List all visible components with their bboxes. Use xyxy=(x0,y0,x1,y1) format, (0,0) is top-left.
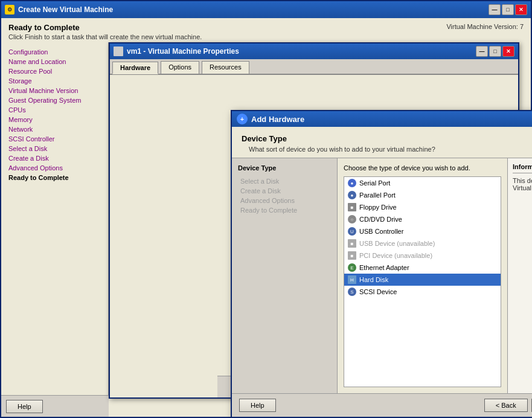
device-usb-unavailable: ■ USB Device (unavailable) xyxy=(344,237,501,249)
serial-port-label: Serial Port xyxy=(359,179,390,187)
add-hw-header: Device Type What sort of device do you w… xyxy=(232,127,518,158)
sidebar-item-guest-os[interactable]: Guest Operating System xyxy=(6,95,103,105)
add-hardware-dialog: + Add Hardware ✕ Device Type What sort o… xyxy=(231,110,518,396)
main-maximize-btn[interactable]: □ xyxy=(502,4,514,15)
device-pci-unavailable: ■ PCI Device (unavailable) xyxy=(344,249,501,262)
sidebar-item-ready[interactable]: Ready to Complete xyxy=(6,173,103,182)
parallel-port-icon: ● xyxy=(348,191,356,199)
vm1-maximize-btn[interactable]: □ xyxy=(489,46,501,57)
main-minimize-btn[interactable]: — xyxy=(489,4,501,15)
usb-controller-label: USB Controller xyxy=(359,228,403,235)
parallel-port-label: Parallel Port xyxy=(359,191,396,199)
main-window-icon: ⚙ xyxy=(5,5,14,14)
main-title-controls: — □ ✕ xyxy=(489,4,527,15)
device-hard-disk[interactable]: H Hard Disk xyxy=(344,274,501,286)
scsi-icon: S xyxy=(348,288,356,296)
main-window-title: Create New Virtual Machine xyxy=(18,5,113,14)
serial-port-icon: ● xyxy=(348,179,356,187)
add-hw-icon: + xyxy=(237,114,248,124)
info-panel: Information This device can be added to … xyxy=(507,158,518,393)
usb-unavailable-label: USB Device (unavailable) xyxy=(359,240,435,247)
hard-disk-icon: H xyxy=(348,275,356,284)
device-type-heading: Device Type xyxy=(242,134,518,143)
main-titlebar: ⚙ Create New Virtual Machine — □ ✕ xyxy=(1,1,531,18)
sidebar-item-create-disk[interactable]: Create a Disk xyxy=(6,153,103,163)
add-hw-button-bar: Help < Back Next > Cancel xyxy=(232,393,518,396)
add-hw-title: Add Hardware xyxy=(251,115,304,124)
vm1-body: + Add Hardware ✕ Device Type What sort o… xyxy=(110,75,518,396)
sidebar-item-memory[interactable]: Memory xyxy=(6,115,103,124)
main-close-btn[interactable]: ✕ xyxy=(515,4,527,15)
sidebar-item-resource-pool[interactable]: Resource Pool xyxy=(6,66,103,76)
ethernet-icon: E xyxy=(348,263,356,272)
cd-dvd-icon: ○ xyxy=(348,215,356,223)
add-hw-titlebar: + Add Hardware ✕ xyxy=(232,111,518,127)
hard-disk-label: Hard Disk xyxy=(359,276,388,283)
sidebar-item-scsi[interactable]: SCSI Controller xyxy=(6,134,103,144)
info-panel-text: This device can be added to this Virtual… xyxy=(513,177,518,191)
main-window: ⚙ Create New Virtual Machine — □ ✕ Ready… xyxy=(0,0,532,418)
vm1-tab-bar: Hardware Options Resources xyxy=(110,59,518,75)
tab-options[interactable]: Options xyxy=(161,61,199,74)
sidebar-item-select-disk[interactable]: Select a Disk xyxy=(6,144,103,153)
sidebar-item-advanced-options[interactable]: Advanced Options xyxy=(6,163,103,173)
main-help-button[interactable]: Help xyxy=(6,400,43,413)
main-bottom-bar: Help xyxy=(1,395,109,417)
wizard-step-ready: Ready to Complete xyxy=(238,205,331,215)
ethernet-label: Ethernet Adapter xyxy=(359,264,409,271)
device-floppy[interactable]: ■ Floppy Drive xyxy=(344,201,501,213)
floppy-icon: ■ xyxy=(348,203,356,211)
pci-unavailable-label: PCI Device (unavailable) xyxy=(359,252,432,259)
usb-unavailable-icon: ■ xyxy=(348,239,356,248)
device-list-header: Choose the type of device you wish to ad… xyxy=(344,164,501,172)
device-list-panel: Choose the type of device you wish to ad… xyxy=(338,158,507,393)
add-hw-body: Device Type What sort of device do you w… xyxy=(232,127,518,396)
device-cd-dvd[interactable]: ○ CD/DVD Drive xyxy=(344,213,501,225)
sidebar-item-cpus[interactable]: CPUs xyxy=(6,105,103,115)
pci-unavailable-icon: ■ xyxy=(348,251,356,260)
vm-version-label: Virtual Machine Version: 7 xyxy=(446,23,524,30)
floppy-label: Floppy Drive xyxy=(359,204,397,211)
wizard-step-advanced-options: Advanced Options xyxy=(238,196,331,205)
tab-resources[interactable]: Resources xyxy=(202,61,249,74)
cd-dvd-label: CD/DVD Drive xyxy=(359,216,402,223)
wizard-step-select-disk: Select a Disk xyxy=(238,176,331,186)
sidebar-item-storage[interactable]: Storage xyxy=(6,76,103,86)
device-serial-port[interactable]: ● Serial Port xyxy=(344,177,501,189)
sidebar: Configuration Name and Location Resource… xyxy=(1,42,109,405)
scsi-label: SCSI Device xyxy=(359,288,397,295)
device-type-sub: What sort of device do you wish to add t… xyxy=(249,146,518,153)
main-status-area: Ready to Complete Click Finish to start … xyxy=(1,18,531,45)
add-hw-title-icon-glyph: + xyxy=(240,115,244,123)
device-type-label: Device Type xyxy=(238,164,331,172)
tab-hardware[interactable]: Hardware xyxy=(112,62,158,74)
wizard-steps-panel: Device Type Select a Disk Create a Disk … xyxy=(232,158,338,393)
device-scsi[interactable]: S SCSI Device xyxy=(344,286,501,298)
vm1-window-icon xyxy=(114,47,123,56)
device-ethernet[interactable]: E Ethernet Adapter xyxy=(344,262,501,274)
vm1-title-controls: — □ ✕ xyxy=(476,46,514,57)
info-panel-title: Information xyxy=(513,163,518,173)
wizard-step-create-disk: Create a Disk xyxy=(238,186,331,196)
vm1-minimize-btn[interactable]: — xyxy=(476,46,488,57)
add-hw-main: Device Type Select a Disk Create a Disk … xyxy=(232,158,518,393)
sidebar-item-name-location[interactable]: Name and Location xyxy=(6,57,103,66)
vm1-titlebar: vm1 - Virtual Machine Properties — □ ✕ xyxy=(110,43,518,59)
usb-controller-icon: U xyxy=(348,227,356,236)
device-list: ● Serial Port ● Parallel Port ■ Floppy D… xyxy=(344,176,501,387)
sidebar-item-configuration[interactable]: Configuration xyxy=(6,47,103,57)
vm1-close-btn[interactable]: ✕ xyxy=(502,46,514,57)
vm1-window: vm1 - Virtual Machine Properties — □ ✕ H… xyxy=(109,42,519,399)
main-status-sub: Click Finish to start a task that will c… xyxy=(8,33,524,40)
device-usb-controller[interactable]: U USB Controller xyxy=(344,225,501,237)
vm1-window-title: vm1 - Virtual Machine Properties xyxy=(127,47,239,56)
sidebar-item-vm-version[interactable]: Virtual Machine Version xyxy=(6,86,103,95)
device-parallel-port[interactable]: ● Parallel Port xyxy=(344,189,501,201)
sidebar-item-network[interactable]: Network xyxy=(6,124,103,134)
